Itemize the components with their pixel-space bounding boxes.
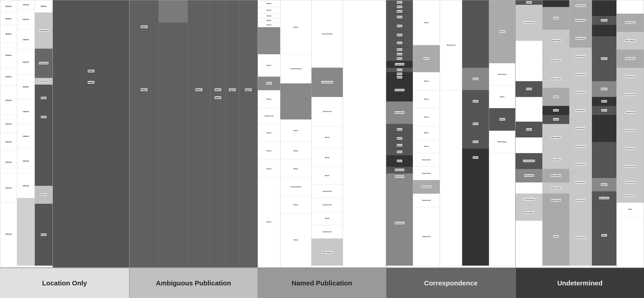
legend-bar: Location Only Ambiguous Publication Name… [0,268,644,298]
legend-label-undetermined: Undetermined [557,279,603,287]
legend-label-named: Named Publication [292,279,352,287]
main-container: Notice Notice Notice Notice Notice Adver… [0,0,644,298]
section-location-only: Notice Notice Notice Notice Notice Adver… [0,0,130,267]
legend-item-location: Location Only [0,268,130,298]
section-ambiguous: News News News News [130,0,258,267]
legend-item-correspondence: Correspondence [386,268,516,298]
legend-item-named: Named Publication [258,268,386,298]
section-undetermined: News Commentary News News Commentary Mis… [516,0,644,267]
section-correspondence: News News News News News News News News … [386,0,516,267]
legend-label-ambiguous: Ambiguous Publication [156,279,231,287]
legend-label-correspondence: Correspondence [424,279,478,287]
legend-item-ambiguous: Ambiguous Publication [130,268,258,298]
legend-item-undetermined: Undetermined [516,268,644,298]
section-named: News News News News News News News News … [258,0,386,267]
legend-label-location: Location Only [42,279,87,287]
